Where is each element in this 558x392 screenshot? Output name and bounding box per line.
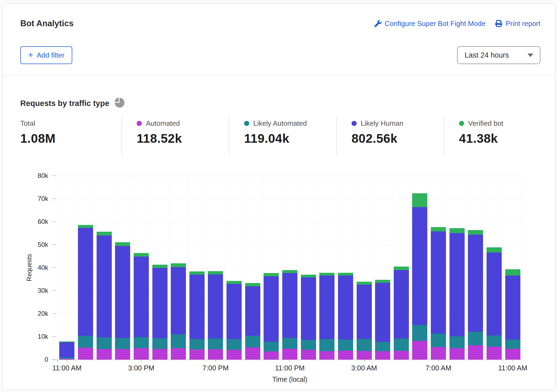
bar-segment-likely-automated[interactable] <box>171 334 186 348</box>
bar-segment-likely-automated[interactable] <box>115 338 130 349</box>
bar-segment-likely-human[interactable] <box>487 253 502 335</box>
bar-segment-verified-bot[interactable] <box>449 228 465 233</box>
configure-super-bot-fight-mode-link[interactable]: Configure Super Bot Fight Mode <box>374 19 486 28</box>
bar-segment-likely-human[interactable] <box>171 267 186 334</box>
bar-segment-automated[interactable] <box>431 347 446 360</box>
bar-segment-automated[interactable] <box>171 348 186 360</box>
bar-segment-likely-human[interactable] <box>375 283 390 342</box>
bar-segment-automated[interactable] <box>78 348 93 360</box>
bar-segment-likely-human[interactable] <box>134 257 149 337</box>
bar-segment-likely-automated[interactable] <box>468 332 483 345</box>
bar-segment-verified-bot[interactable] <box>152 265 168 268</box>
bar-segment-likely-human[interactable] <box>301 277 316 340</box>
bar-segment-automated[interactable] <box>338 351 353 360</box>
bar-segment-likely-automated[interactable] <box>152 338 168 349</box>
bar-segment-likely-human[interactable] <box>245 286 260 336</box>
bar-segment-likely-automated[interactable] <box>264 342 279 352</box>
bar-segment-likely-automated[interactable] <box>338 340 353 351</box>
bar-segment-likely-human[interactable] <box>338 275 353 340</box>
bar-segment-likely-automated[interactable] <box>431 334 446 347</box>
bar-segment-likely-automated[interactable] <box>245 336 260 347</box>
bar-segment-verified-bot[interactable] <box>208 271 223 274</box>
bar-segment-likely-automated[interactable] <box>319 339 334 351</box>
bar-segment-verified-bot[interactable] <box>227 281 242 284</box>
bar-segment-automated[interactable] <box>319 351 334 360</box>
add-filter-button[interactable]: + Add filter <box>20 46 72 64</box>
bar-segment-automated[interactable] <box>227 350 242 360</box>
bar-segment-likely-automated[interactable] <box>357 339 372 351</box>
bar-segment-likely-human[interactable] <box>208 274 223 338</box>
bar-segment-automated[interactable] <box>208 349 223 360</box>
print-report-link[interactable]: Print report <box>495 19 540 28</box>
bar-segment-likely-automated[interactable] <box>189 339 205 350</box>
bar-segment-automated[interactable] <box>487 347 502 360</box>
bar-segment-likely-automated[interactable] <box>301 340 316 350</box>
bar-segment-verified-bot[interactable] <box>245 283 260 286</box>
bar-segment-likely-automated[interactable] <box>59 357 74 359</box>
bar-segment-likely-automated[interactable] <box>487 335 502 347</box>
bar-segment-verified-bot[interactable] <box>394 267 409 270</box>
bar-segment-verified-bot[interactable] <box>171 263 186 267</box>
bar-segment-verified-bot[interactable] <box>487 247 502 253</box>
bar-segment-likely-human[interactable] <box>189 275 205 339</box>
bar-segment-automated[interactable] <box>189 350 205 360</box>
bar-segment-verified-bot[interactable] <box>264 273 279 276</box>
bar-segment-automated[interactable] <box>301 350 316 360</box>
bar-segment-likely-human[interactable] <box>152 268 168 338</box>
bar-segment-automated[interactable] <box>468 345 483 360</box>
bar-segment-automated[interactable] <box>505 349 520 360</box>
bar-segment-automated[interactable] <box>115 349 130 360</box>
bar-segment-automated[interactable] <box>282 349 297 360</box>
bar-segment-likely-automated[interactable] <box>208 338 223 349</box>
bar-segment-verified-bot[interactable] <box>412 193 427 207</box>
bar-segment-verified-bot[interactable] <box>505 269 520 275</box>
bar-segment-likely-human[interactable] <box>59 342 74 357</box>
bar-segment-automated[interactable] <box>357 351 372 360</box>
bar-segment-verified-bot[interactable] <box>97 232 112 235</box>
bar-segment-likely-automated[interactable] <box>449 336 465 348</box>
bar-segment-verified-bot[interactable] <box>134 253 149 257</box>
bar-segment-likely-automated[interactable] <box>97 337 112 349</box>
bar-segment-likely-human[interactable] <box>227 284 242 339</box>
bar-segment-likely-automated[interactable] <box>134 337 149 348</box>
bar-segment-automated[interactable] <box>394 351 409 360</box>
bar-segment-verified-bot[interactable] <box>338 273 353 275</box>
bar-segment-likely-human[interactable] <box>264 276 279 341</box>
bar-segment-verified-bot[interactable] <box>319 273 334 275</box>
bar-segment-automated[interactable] <box>375 351 390 360</box>
bar-segment-likely-human[interactable] <box>357 285 372 339</box>
bar-segment-automated[interactable] <box>245 347 260 360</box>
bar-segment-likely-human[interactable] <box>115 246 130 338</box>
bar-segment-verified-bot[interactable] <box>375 280 390 283</box>
bar-segment-verified-bot[interactable] <box>115 242 130 246</box>
bar-segment-likely-human[interactable] <box>449 233 465 337</box>
bar-segment-verified-bot[interactable] <box>431 227 446 231</box>
bar-segment-likely-human[interactable] <box>412 207 427 325</box>
bar-segment-verified-bot[interactable] <box>59 341 74 342</box>
bar-segment-likely-human[interactable] <box>319 275 334 339</box>
bar-segment-likely-automated[interactable] <box>394 338 409 351</box>
bar-segment-likely-human[interactable] <box>282 273 297 338</box>
bar-segment-likely-human[interactable] <box>468 235 483 332</box>
bar-segment-verified-bot[interactable] <box>301 275 316 277</box>
bar-segment-automated[interactable] <box>152 349 168 360</box>
bar-segment-automated[interactable] <box>97 349 112 360</box>
bar-segment-likely-automated[interactable] <box>282 338 297 349</box>
bar-segment-automated[interactable] <box>449 348 465 360</box>
bar-segment-automated[interactable] <box>412 341 427 360</box>
bar-segment-likely-automated[interactable] <box>505 340 520 349</box>
time-range-select[interactable]: Last 24 hours <box>457 46 540 64</box>
bar-segment-verified-bot[interactable] <box>78 225 93 228</box>
bar-segment-verified-bot[interactable] <box>357 282 372 285</box>
bar-segment-likely-human[interactable] <box>97 235 112 337</box>
bar-segment-automated[interactable] <box>264 351 279 360</box>
bar-segment-likely-automated[interactable] <box>412 325 427 341</box>
bar-segment-verified-bot[interactable] <box>468 230 483 235</box>
bar-segment-likely-human[interactable] <box>78 228 93 336</box>
bar-segment-likely-human[interactable] <box>431 231 446 334</box>
bar-segment-likely-automated[interactable] <box>227 339 242 350</box>
bar-segment-likely-human[interactable] <box>394 270 409 338</box>
bar-segment-likely-human[interactable] <box>505 275 520 340</box>
bar-segment-verified-bot[interactable] <box>282 270 297 273</box>
bar-segment-automated[interactable] <box>134 348 149 360</box>
